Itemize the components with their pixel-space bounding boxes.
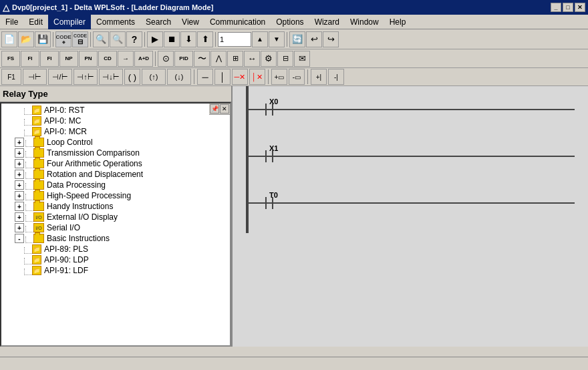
upload-button[interactable]: ⬆ bbox=[197, 31, 213, 47]
del-v-button[interactable]: │✕ bbox=[249, 69, 265, 85]
f5-button[interactable]: ⊣↓⊢ bbox=[99, 69, 123, 85]
plc-btn-pid[interactable]: PID bbox=[174, 51, 193, 67]
folder-icon-transmission bbox=[33, 148, 44, 158]
plc-btn-cd[interactable]: CD bbox=[98, 51, 117, 67]
h-wire-3a bbox=[249, 202, 265, 204]
del-h-button[interactable]: ─✕ bbox=[232, 69, 248, 85]
f4-button[interactable]: ⊣↑⊢ bbox=[74, 69, 98, 85]
plc-btn-circle1[interactable]: ⊙ bbox=[158, 51, 174, 67]
menu-help[interactable]: Help bbox=[384, 15, 412, 29]
plc-btn-arrow[interactable]: → bbox=[118, 51, 134, 67]
close-button[interactable]: ✕ bbox=[575, 3, 585, 12]
plc-btn-pn[interactable]: PN bbox=[79, 51, 98, 67]
undo-button[interactable]: ↩ bbox=[306, 31, 322, 47]
next-page-button[interactable]: ▼ bbox=[269, 31, 285, 47]
tree-item-pls[interactable]: 📁 API-89: PLS bbox=[1, 244, 230, 254]
f3-button[interactable]: ⊣/⊢ bbox=[48, 69, 72, 85]
plc-btn-np[interactable]: NP bbox=[59, 51, 78, 67]
plc-btn-fi2[interactable]: FI bbox=[40, 51, 59, 67]
expand-transmission[interactable]: + bbox=[15, 148, 24, 158]
main-area: Relay Type 📌 ✕ 📁 API-0: RST bbox=[0, 86, 588, 347]
code-button[interactable]: CODE ◆ bbox=[55, 31, 71, 47]
toolbar-row-1: 📄 📂 💾 CODE ◆ CODE ⊟ 🔍 🔍 ? ▶ ⏹ ⬇ ⬆ ▲ ▼ 🔄 bbox=[0, 29, 588, 49]
menu-view[interactable]: View bbox=[176, 15, 204, 29]
expand-loop-control[interactable]: + bbox=[15, 138, 24, 147]
expand-rotation[interactable]: + bbox=[15, 170, 24, 179]
menu-comments[interactable]: Comments bbox=[91, 15, 140, 29]
tree-item-ldp[interactable]: 📁 API-90: LDP bbox=[1, 254, 230, 265]
redo-button[interactable]: ↪ bbox=[323, 31, 339, 47]
tree-item-mc[interactable]: 📁 API-0: MC bbox=[1, 116, 230, 126]
tree-panel[interactable]: 📌 ✕ 📁 API-0: RST 📁 AP bbox=[0, 102, 231, 347]
del-row-button[interactable]: -▭ bbox=[289, 69, 305, 85]
zoom-out-button[interactable]: 🔍 bbox=[110, 31, 126, 47]
tree-item-external-io[interactable]: + I/O External I/O Display bbox=[1, 212, 230, 222]
run-button[interactable]: ▶ bbox=[147, 31, 163, 47]
tree-item-transmission[interactable]: + Transmission Comparison bbox=[1, 148, 230, 158]
minimize-button[interactable]: _ bbox=[551, 3, 561, 12]
tree-item-ldf[interactable]: 📁 API-91: LDF bbox=[1, 265, 230, 276]
plc-btn-fs[interactable]: FS bbox=[1, 51, 20, 67]
menu-communication[interactable]: Communication bbox=[204, 15, 271, 29]
open-button[interactable]: 📂 bbox=[18, 31, 34, 47]
menu-window[interactable]: Window bbox=[345, 15, 384, 29]
download-button[interactable]: ⬇ bbox=[180, 31, 196, 47]
tree-item-loop-control[interactable]: + Loop Control bbox=[1, 137, 230, 148]
tree-item-high-speed[interactable]: + High-Speed Processing bbox=[1, 190, 230, 201]
menu-options[interactable]: Options bbox=[271, 15, 309, 29]
menu-file[interactable]: File bbox=[0, 15, 23, 29]
f1-button[interactable]: F1 bbox=[1, 69, 21, 85]
expand-data-processing[interactable]: + bbox=[15, 180, 24, 190]
f8-button[interactable]: (↓) bbox=[167, 69, 191, 85]
new-button[interactable]: 📄 bbox=[1, 31, 17, 47]
expand-external-io[interactable]: + bbox=[15, 212, 24, 222]
expand-high-speed[interactable]: + bbox=[15, 191, 24, 200]
zoom-in-button[interactable]: 🔍 bbox=[93, 31, 109, 47]
ladder-view-button[interactable]: CODE ⊟ bbox=[72, 31, 88, 47]
f2-button[interactable]: ⊣⊢ bbox=[23, 69, 47, 85]
plc-btn-wave[interactable]: 〜 bbox=[194, 51, 210, 67]
stop-button[interactable]: ⏹ bbox=[164, 31, 180, 47]
plc-btn-table[interactable]: ⊞ bbox=[227, 51, 243, 67]
tree-item-rst[interactable]: 📁 API-0: RST bbox=[1, 105, 230, 116]
tree-item-data-processing[interactable]: + Data Processing bbox=[1, 180, 230, 190]
help-button[interactable]: ? bbox=[126, 31, 142, 47]
f7-button[interactable]: (↑) bbox=[142, 69, 166, 85]
expand-handy[interactable]: + bbox=[15, 202, 24, 211]
tree-item-rotation[interactable]: + Rotation and Displacement bbox=[1, 169, 230, 180]
ins-col-button[interactable]: +| bbox=[311, 69, 327, 85]
tree-item-four-arithmetic[interactable]: + Four Arithmetic Operations bbox=[1, 158, 230, 169]
tb3-sep-3 bbox=[307, 69, 308, 84]
tree-line-external-io bbox=[25, 215, 33, 222]
tree-item-handy[interactable]: + Handy Instructions bbox=[1, 201, 230, 212]
menu-search[interactable]: Search bbox=[140, 15, 176, 29]
expand-serial-io[interactable]: + bbox=[15, 223, 24, 232]
save-button[interactable]: 💾 bbox=[35, 31, 51, 47]
expand-four-arithmetic[interactable]: + bbox=[15, 159, 24, 168]
plc-btn-columns[interactable]: ⊟ bbox=[277, 51, 293, 67]
tree-close-button[interactable]: ✕ bbox=[220, 104, 229, 114]
plc-btn-fi[interactable]: FI bbox=[21, 51, 39, 67]
plc-btn-ad[interactable]: A+D bbox=[134, 51, 153, 67]
prev-page-button[interactable]: ▲ bbox=[252, 31, 268, 47]
tree-item-serial-io[interactable]: + I/O Serial I/O bbox=[1, 222, 230, 233]
tree-item-basic[interactable]: - Basic Instructions bbox=[1, 233, 230, 244]
plc-btn-mail[interactable]: ✉ bbox=[294, 51, 310, 67]
plc-btn-zigzag[interactable]: ⋀ bbox=[210, 51, 227, 67]
plc-btn-arrow2[interactable]: ↔ bbox=[244, 51, 260, 67]
ins-row-button[interactable]: +▭ bbox=[271, 69, 287, 85]
maximize-button[interactable]: □ bbox=[563, 3, 573, 12]
del-col-button[interactable]: -| bbox=[328, 69, 344, 85]
conn-h-button[interactable]: ─ bbox=[197, 69, 213, 85]
tree-pin-button[interactable]: 📌 bbox=[210, 104, 219, 114]
page-input[interactable] bbox=[218, 32, 251, 47]
expand-basic[interactable]: - bbox=[15, 234, 24, 243]
conn-v-button[interactable]: │ bbox=[214, 69, 231, 85]
refresh-button[interactable]: 🔄 bbox=[289, 31, 305, 47]
menu-wizard[interactable]: Wizard bbox=[309, 15, 345, 29]
f6-button[interactable]: ( ) bbox=[124, 69, 140, 85]
menu-edit[interactable]: Edit bbox=[23, 15, 48, 29]
plc-btn-gear[interactable]: ⚙ bbox=[261, 51, 277, 67]
menu-compiler[interactable]: Compiler bbox=[48, 15, 91, 29]
tree-item-mcr[interactable]: 📁 API-0: MCR bbox=[1, 126, 230, 137]
